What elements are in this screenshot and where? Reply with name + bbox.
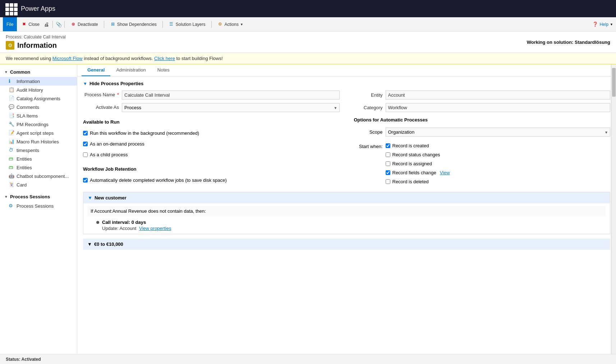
section-title: Hide Process Properties [89, 81, 143, 86]
catalog-icon: 📄 [9, 96, 14, 101]
view-link[interactable]: View [440, 170, 450, 175]
scope-row: Scope Organization ▼ [354, 128, 611, 137]
card-icon: 🃏 [9, 182, 14, 188]
tabs-row: General Administration Notes [77, 64, 616, 77]
scope-select[interactable]: Organization [386, 128, 611, 137]
cb-record-status-label: Record status changes [392, 152, 440, 157]
solution-layers-button[interactable]: ☰ Solution Layers [166, 17, 208, 31]
workflow-job-retention-title: Workflow Job Retention [83, 166, 340, 172]
start-when-row: Start when: Record is created Record sta… [354, 143, 611, 186]
process-name-label: Process Name * [83, 91, 119, 97]
help-link[interactable]: Help [599, 22, 608, 27]
deactivate-button[interactable]: ⊗ Deactivate [68, 17, 101, 31]
sidebar-item-entities-2[interactable]: 🗃 Entities [0, 163, 77, 172]
checkbox-auto-delete[interactable] [83, 178, 88, 183]
process-name-input[interactable] [122, 91, 340, 100]
sidebar-item-chatbot[interactable]: 🤖 Chatbot subcomponent... [0, 172, 77, 180]
sidebar-item-catalog-assignments[interactable]: 📄 Catalog Assignments [0, 94, 77, 103]
close-button[interactable]: ✖ Close [18, 17, 42, 31]
checkbox-ondemand[interactable] [83, 142, 88, 146]
sidebar-item-process-sessions[interactable]: ⚙ Process Sessions [0, 202, 77, 210]
process-title: Information [17, 41, 57, 50]
sidebar-item-agent-script[interactable]: 📝 Agent script steps [0, 129, 77, 137]
help-area: ❓ Help ▼ [592, 22, 613, 27]
sidebar-item-macro-run[interactable]: 📊 Macro Run Histories [0, 137, 77, 146]
chatbot-icon: 🤖 [9, 173, 14, 179]
separator2 [64, 21, 65, 28]
sidebar-item-timespents[interactable]: ⏱ timespents [0, 146, 77, 155]
sidebar-item-comments[interactable]: 💬 Comments [0, 103, 77, 111]
workflow-condition-text: If Account:Annual Revenue does not conta… [91, 208, 206, 214]
sidebar-item-entities-1[interactable]: 🗃 Entities [0, 155, 77, 163]
click-here-link[interactable]: Click here [154, 56, 175, 61]
cb-record-created[interactable] [386, 143, 390, 148]
file-button[interactable]: File [3, 17, 17, 31]
checkbox-record-assigned: Record is assigned [386, 161, 450, 166]
workflow-section-2-header[interactable]: ▼ €0 to €10,000 [83, 239, 610, 250]
category-input[interactable] [386, 103, 611, 112]
separator4 [162, 21, 163, 28]
content-body: ▼ Hide Process Properties Process Name * [77, 77, 616, 254]
sidebar-item-card[interactable]: 🃏 Card [0, 180, 77, 189]
process-sessions-icon: ⚙ [9, 203, 14, 209]
workflow-section-1-title: New customer [95, 195, 127, 201]
app-grid-icon[interactable] [4, 2, 17, 15]
workflow-condition: If Account:Annual Revenue does not conta… [88, 206, 606, 216]
activate-as-select[interactable]: Process [122, 103, 340, 112]
checkbox-background[interactable] [83, 131, 88, 135]
step-view-properties-link[interactable]: View properties [139, 226, 171, 231]
main-layout: ▼ Common ℹ Information 📋 Audit History 📄… [0, 64, 616, 361]
tab-administration[interactable]: Administration [110, 64, 151, 76]
start-when-checkboxes: Record is created Record status changes … [386, 143, 450, 186]
form-right: Entity Category Options for Automatic Pr… [354, 91, 611, 186]
sidebar-item-pm-recordings[interactable]: 🔧 PM Recordings [0, 120, 77, 129]
actions-button[interactable]: ⚙ Actions ▼ [215, 17, 246, 31]
cb-record-assigned[interactable] [386, 161, 390, 166]
checkbox-child[interactable] [83, 152, 88, 157]
section-header[interactable]: ▼ Hide Process Properties [83, 81, 610, 86]
entity-input[interactable] [386, 91, 611, 100]
workflow-section-1: ▼ New customer If Account:Annual Revenue… [83, 192, 610, 234]
cb-record-assigned-label: Record is assigned [392, 161, 432, 166]
sidebar-item-information[interactable]: ℹ Information [0, 77, 77, 86]
print-icon: 🖨 [44, 22, 50, 27]
cb-record-fields[interactable] [386, 170, 390, 175]
sidebar-group-process-sessions[interactable]: ▼ Process Sessions [0, 192, 77, 202]
sidebar-item-sla-items[interactable]: 📑 SLA Items [0, 111, 77, 120]
step-detail-text: Update: Account [102, 226, 136, 231]
status-bar: Status: Activated [0, 354, 616, 361]
sidebar-item-audit-history[interactable]: 📋 Audit History [0, 86, 77, 94]
tab-general[interactable]: General [82, 64, 110, 76]
sidebar-group-common[interactable]: ▼ Common [0, 67, 77, 77]
scrollbar-thumb[interactable] [612, 68, 616, 97]
cb-record-deleted[interactable] [386, 179, 390, 184]
tab-notes[interactable]: Notes [152, 64, 175, 76]
microsoft-flow-link[interactable]: Microsoft Flow [52, 56, 83, 61]
checkbox-child-label: As a child process [90, 152, 128, 157]
information-icon: ℹ [9, 78, 14, 84]
step-bullet [96, 221, 99, 224]
cb-record-deleted-label: Record is deleted [392, 179, 429, 184]
agent-icon: 📝 [9, 130, 14, 136]
solution-layers-icon: ☰ [169, 22, 174, 27]
entities1-icon: 🗃 [9, 156, 14, 162]
step-title: Call interval: 0 days [102, 220, 146, 225]
sidebar: ▼ Common ℹ Information 📋 Audit History 📄… [0, 64, 77, 361]
workflow-section-1-arrow: ▼ [88, 195, 92, 201]
cb-record-status[interactable] [386, 152, 390, 157]
show-dependencies-button[interactable]: ⊞ Show Dependencies [107, 17, 160, 31]
checkbox-row-4: Automatically delete completed workflow … [83, 178, 340, 183]
checkbox-record-created: Record is created [386, 143, 450, 148]
process-title-row: ⚙ Information [6, 41, 66, 50]
separator3 [104, 21, 104, 28]
scrollbar-track[interactable] [611, 64, 616, 361]
entity-label: Entity [354, 92, 383, 98]
actions-icon: ⚙ [217, 22, 223, 27]
process-subtitle: Process: Calculate Call Interval [6, 34, 66, 40]
entity-row: Entity [354, 91, 611, 100]
checkbox-record-fields: Record fields change View [386, 170, 450, 175]
form-left: Process Name * Activate As Process [83, 91, 340, 186]
checkbox-background-label: Run this workflow in the background (rec… [90, 130, 199, 136]
workflow-section-1-header[interactable]: ▼ New customer [83, 192, 610, 203]
audit-icon: 📋 [9, 87, 14, 93]
